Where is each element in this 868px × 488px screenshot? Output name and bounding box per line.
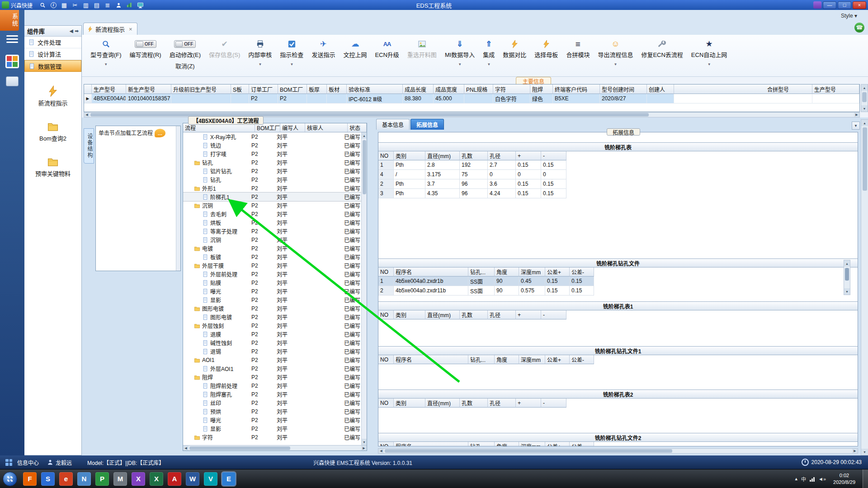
toolbar-button[interactable]: ☺导出流程信息▼	[594, 38, 637, 70]
taskbar-icon-word[interactable]: W	[186, 472, 199, 486]
tree-row[interactable]: 电镀P2刘平已编写	[183, 244, 361, 253]
tree-vscrollbar[interactable]: ▲ ▼	[361, 132, 367, 445]
tray-expand-icon[interactable]: ▴	[795, 476, 798, 482]
tree-row[interactable]: 显影P2刘平已编写	[183, 424, 361, 433]
tree-row[interactable]: 沉铜P2刘平已编写	[183, 201, 361, 210]
scroll-up-icon[interactable]: ▲	[362, 132, 367, 139]
toolbar-button[interactable]: 型号查询(F)▼	[86, 38, 126, 70]
ime-language-icon[interactable]: 中	[801, 475, 806, 483]
tree-row[interactable]: 阶梯孔1P2刘平已编写	[183, 192, 361, 201]
tree-row[interactable]: 字符P2刘平已编写	[183, 433, 361, 441]
tree-row[interactable]: 打字唛P2刘平已编写	[183, 150, 361, 158]
dropdown-arrow-icon[interactable]: ▼	[104, 62, 108, 66]
volume-icon[interactable]: ◄»	[818, 476, 826, 482]
toolbar-button[interactable]: ⇓MI数据导入▼	[441, 38, 479, 70]
taskbar-clock[interactable]: 0:02 2020/8/29	[833, 472, 855, 485]
menu-icon[interactable]: ≣	[102, 1, 113, 9]
toolbar-button[interactable]: ≡合拼模块	[562, 38, 594, 70]
scroll-left-icon[interactable]: ◀	[378, 449, 384, 453]
toolbar-button[interactable]: ✈发送指示	[307, 38, 339, 70]
taskbar-icon-save[interactable]: S	[41, 472, 55, 486]
toolbar-button[interactable]: 修复ECN丢流程	[637, 38, 687, 70]
tree-row[interactable]: 等离子处理P2刘平已编写	[183, 227, 361, 235]
system-tab[interactable]: 系统	[0, 10, 19, 31]
tree-row[interactable]: 外层前处理P2刘平已编写	[183, 270, 361, 278]
toolbar-button[interactable]: AAECN升级	[371, 38, 403, 70]
search-icon[interactable]	[37, 1, 48, 9]
tree-row[interactable]: 阻焊前处理P2刘平已编写	[183, 381, 361, 390]
tab-close-icon[interactable]: ×	[129, 26, 132, 33]
scroll-down-icon[interactable]: ▼	[362, 439, 367, 445]
scroll-right-icon[interactable]: ▶	[854, 113, 859, 117]
table-row[interactable]: 1Pth2.81922.70.150.15	[378, 160, 858, 170]
tab-new-process-instruction[interactable]: 新流程指示 ×	[83, 23, 137, 35]
taskbar-icon-messenger[interactable]: E	[222, 472, 236, 486]
minimize-button[interactable]: —	[823, 1, 836, 9]
toggle-off-switch[interactable]: OFF	[174, 40, 196, 48]
toolbar-button[interactable]: ☁文控上网	[339, 38, 371, 70]
toolbar-button[interactable]: OFF编写流程(R)	[126, 38, 165, 70]
toolbar-button[interactable]: ✔保存信息(S)	[205, 38, 244, 70]
shortcut-bom-query[interactable]: Bom查询2	[24, 121, 81, 142]
scroll-down-icon[interactable]: ▼	[861, 449, 868, 455]
workspace-vscrollbar[interactable]: ▲ ▼	[861, 119, 868, 455]
user-icon[interactable]	[113, 1, 124, 9]
table-row[interactable]: 24b5xe004a0.zxdr11bSS面900.5750.150.15	[378, 286, 858, 296]
toolbar-button[interactable]: 重选开料图	[403, 38, 441, 70]
scroll-thumb[interactable]	[189, 446, 290, 450]
info-center[interactable]: 信息中心	[0, 459, 39, 466]
monitor-icon[interactable]	[135, 1, 146, 9]
tree-row[interactable]: 钻孔P2刘平已编写	[183, 158, 361, 167]
scroll-thumb[interactable]	[863, 127, 867, 191]
taskbar-icon-browser[interactable]: e	[59, 472, 73, 486]
current-user[interactable]: 龙毅远	[47, 459, 72, 466]
tree-row[interactable]: 丝印P2刘平已编写	[183, 399, 361, 407]
drill-file-vscrollbar[interactable]: ▲ ▼	[844, 260, 850, 295]
tree-hscrollbar[interactable]: ◀ ▶	[183, 445, 367, 450]
tree-row[interactable]: 铣边P2刘平已编写	[183, 141, 361, 150]
tree-row[interactable]: 图形电镀P2刘平已编写	[183, 304, 361, 313]
titlebar-extra-icon[interactable]	[813, 1, 821, 9]
toolbar-button[interactable]: OFF启动修改(E)取消(Z)	[165, 38, 205, 70]
scroll-up-icon[interactable]: ▲	[861, 84, 868, 91]
tree-row[interactable]: 铝片钻孔P2刘平已编写	[183, 167, 361, 175]
tree-row[interactable]: 退膜P2刘平已编写	[183, 330, 361, 338]
scroll-right-icon[interactable]: ▶	[852, 449, 858, 453]
dropdown-arrow-icon[interactable]: ▼	[487, 62, 491, 66]
taskbar-icon-pdf[interactable]: A	[168, 472, 181, 486]
toolbar-button[interactable]: 内部审核▼	[244, 38, 276, 70]
sidebar-item-design-algorithm[interactable]: 设计算法	[24, 48, 81, 60]
tree-row[interactable]: 贴膜P2刘平已编写	[183, 278, 361, 287]
table-icon[interactable]: ▦	[59, 1, 70, 9]
toolbar-button[interactable]: ★ECN自动上网▼	[687, 38, 731, 70]
tab-device-structure[interactable]: 设备结构	[84, 128, 94, 164]
dropdown-arrow-icon[interactable]: ▼	[708, 62, 711, 66]
toggle-off-switch[interactable]: OFF	[135, 40, 156, 48]
sidebar-item-data-management[interactable]: 数据管理	[24, 60, 81, 72]
tree-row[interactable]: 退锡P2刘平已编写	[183, 347, 361, 356]
tree-row[interactable]: 外层蚀刻P2刘平已编写	[183, 321, 361, 330]
maximize-button[interactable]: □	[838, 1, 851, 9]
toolbar-button[interactable]: 数据对比	[499, 38, 530, 70]
scroll-thumb[interactable]	[90, 113, 649, 117]
tree-row[interactable]: 图形电镀P2刘平已编写	[183, 313, 361, 321]
taskbar-icon-excel[interactable]: X	[150, 472, 163, 486]
menu-icon[interactable]	[6, 35, 18, 43]
tree-row[interactable]: AOI1P2刘平已编写	[183, 356, 361, 364]
toolbar-button[interactable]: ⇑集成▼	[479, 38, 499, 70]
taskbar-icon-firefox[interactable]: F	[23, 472, 37, 486]
chart-icon[interactable]	[124, 1, 135, 9]
phone-icon[interactable]: ☎	[854, 23, 864, 33]
scroll-down-icon[interactable]: ▼	[861, 105, 868, 112]
scroll-thumb[interactable]	[845, 268, 849, 281]
copy-icon[interactable]: ▤	[91, 1, 102, 9]
table-row[interactable]: 14b5xe004a0.zxdr1bSS面900.450.150.15	[378, 277, 858, 286]
yx-app-icon[interactable]	[5, 55, 19, 68]
toolbar-button[interactable]: 指示检查▼	[276, 38, 307, 70]
scroll-right-icon[interactable]: ▶	[361, 446, 367, 450]
taskbar-icon-thunder[interactable]: X	[132, 472, 145, 486]
start-button[interactable]	[3, 472, 17, 486]
dropdown-arrow-icon[interactable]: ▼	[258, 62, 262, 66]
scroll-up-icon[interactable]: ▲	[844, 260, 850, 267]
taskbar-icon-green-p[interactable]: P	[95, 472, 109, 486]
